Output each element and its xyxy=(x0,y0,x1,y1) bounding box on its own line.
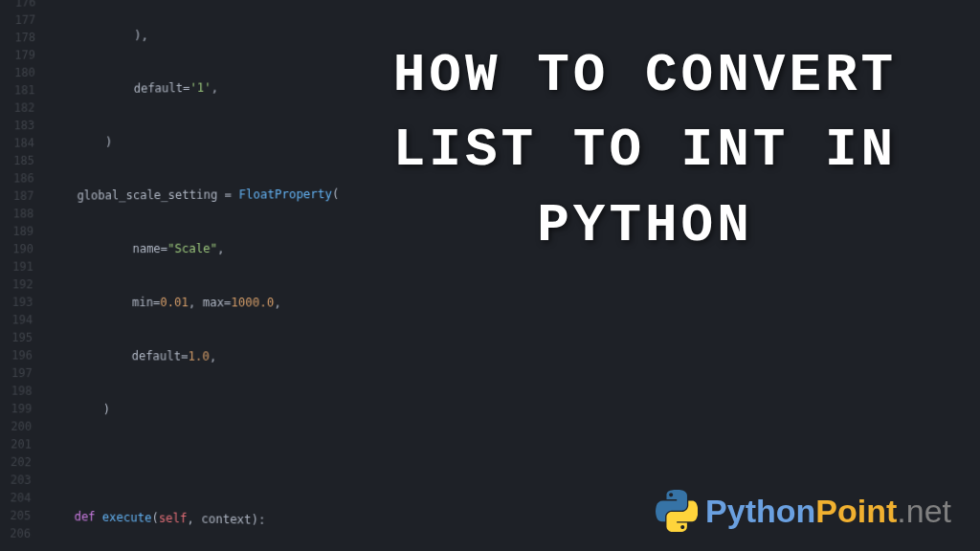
line-number: 184 xyxy=(0,134,34,152)
brand-net: .net xyxy=(897,493,951,529)
line-number: 183 xyxy=(0,117,34,135)
line-number: 197 xyxy=(0,364,33,383)
brand-point: Point xyxy=(815,493,897,529)
line-number: 188 xyxy=(0,205,33,223)
line-number: 191 xyxy=(0,257,33,276)
line-number: 182 xyxy=(0,99,34,117)
line-number: 186 xyxy=(0,169,34,187)
brand-python: Python xyxy=(705,493,815,529)
line-number: 192 xyxy=(0,276,33,294)
python-logo-icon xyxy=(656,490,698,532)
line-number: 204 xyxy=(0,489,32,507)
line-number: 179 xyxy=(0,46,35,64)
line-number: 198 xyxy=(0,382,33,400)
brand-text: PythonPoint.net xyxy=(705,493,951,530)
line-number: 176 xyxy=(0,0,36,11)
line-number: 199 xyxy=(0,400,32,418)
line-number: 181 xyxy=(0,81,35,99)
code-line: default=1.0, xyxy=(48,346,835,369)
line-number: 177 xyxy=(0,11,35,29)
code-line xyxy=(47,453,835,483)
brand-logo: PythonPoint.net xyxy=(656,490,951,532)
line-number: 206 xyxy=(0,524,31,542)
title-overlay: HOW TO CONVERT LIST TO INT IN PYTHON xyxy=(348,38,942,263)
line-number: 187 xyxy=(0,187,34,206)
line-number: 195 xyxy=(0,328,33,346)
line-number: 178 xyxy=(0,29,35,47)
line-number: 200 xyxy=(0,417,32,435)
line-number: 202 xyxy=(0,452,32,471)
line-number: 190 xyxy=(0,240,33,258)
line-number: 196 xyxy=(0,346,33,364)
line-number: 203 xyxy=(0,471,32,489)
line-number: 205 xyxy=(0,506,31,524)
line-number: 194 xyxy=(0,311,33,329)
line-number: 185 xyxy=(0,152,34,170)
line-number: 180 xyxy=(0,64,35,82)
line-number: 201 xyxy=(0,435,32,453)
line-number: 189 xyxy=(0,222,33,240)
code-line: min=0.01, max=1000.0, xyxy=(48,294,834,314)
line-gutter: 176 177 178 179 180 181 182 183 184 185 … xyxy=(0,0,43,542)
code-line: ) xyxy=(47,400,835,426)
line-number: 193 xyxy=(0,293,33,311)
